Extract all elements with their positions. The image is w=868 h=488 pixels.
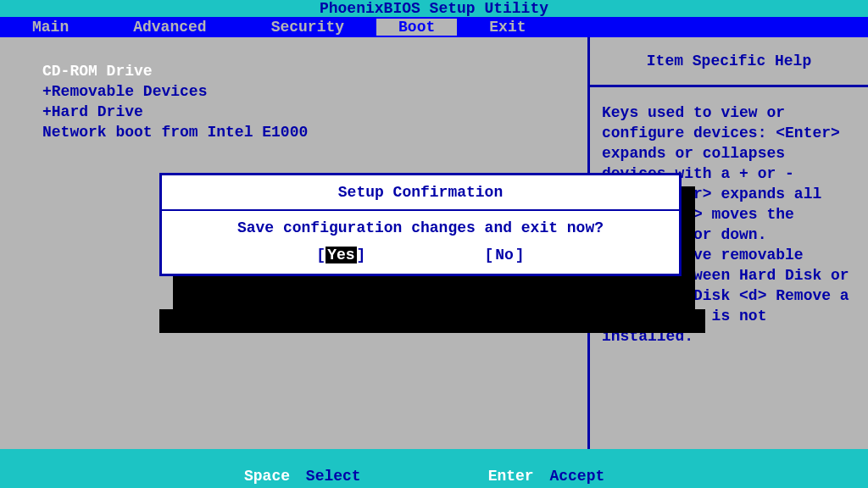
menu-boot[interactable]: Boot xyxy=(376,19,457,36)
footer-label-select: Select xyxy=(306,468,361,485)
footer: Space Select Enter Accept xyxy=(0,449,868,488)
footer-key-enter: Enter xyxy=(488,468,534,485)
title-bar: PhoenixBIOS Setup Utility xyxy=(0,0,868,17)
menu-bar: Main Advanced Security Boot Exit xyxy=(0,17,868,37)
help-title: Item Specific Help xyxy=(590,37,868,87)
menu-security[interactable]: Security xyxy=(239,19,376,36)
menu-exit[interactable]: Exit xyxy=(457,19,558,36)
modal-no-button[interactable]: [No] xyxy=(484,247,524,263)
boot-item-removable[interactable]: +Removable Devices xyxy=(42,81,587,102)
modal-yes-button[interactable]: [Yes] xyxy=(316,247,365,263)
footer-label-accept: Accept xyxy=(549,468,604,485)
menu-main[interactable]: Main xyxy=(0,19,101,36)
modal-title: Setup Confirmation xyxy=(162,175,679,211)
boot-item-harddrive[interactable]: +Hard Drive xyxy=(42,102,587,122)
boot-item-network[interactable]: Network boot from Intel E1000 xyxy=(42,122,587,142)
boot-item-cdrom[interactable]: CD-ROM Drive xyxy=(42,61,587,81)
confirmation-modal: Setup Confirmation Save configuration ch… xyxy=(159,173,682,276)
menu-advanced[interactable]: Advanced xyxy=(101,19,238,36)
footer-key-space: Space xyxy=(244,468,290,485)
modal-message: Save configuration changes and exit now? xyxy=(162,211,679,247)
